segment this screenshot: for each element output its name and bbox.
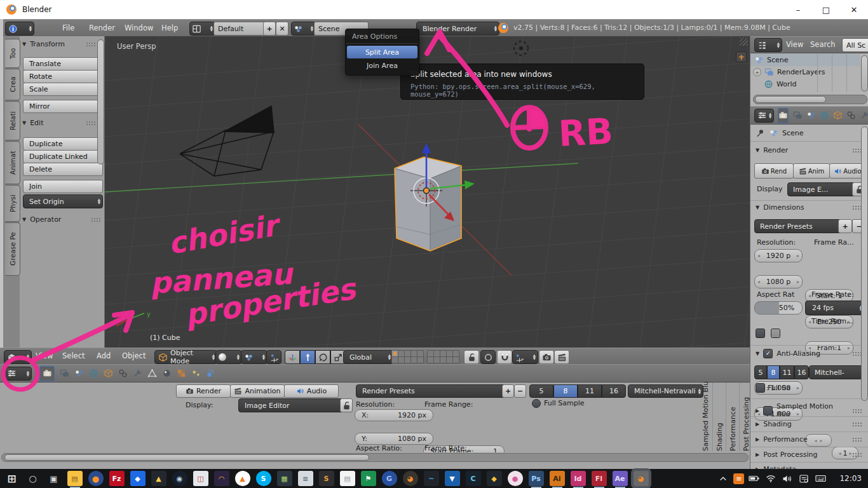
delete-button[interactable]: Delete [23,163,103,176]
world-context-icon[interactable] [820,111,829,120]
set-origin-dropdown[interactable]: Set Origin ▲▼ [23,194,103,208]
aa-samples-16[interactable]: 16 [794,365,809,379]
render-engine-dropdown[interactable]: Blender Render ▲▼ [416,22,499,36]
object-data-icon[interactable] [147,369,157,378]
skype-icon[interactable]: S [256,471,271,486]
close-button[interactable]: ✕ [840,0,868,19]
app-globe-icon[interactable]: G [382,471,397,486]
notepad-icon[interactable]: ≡ [298,471,313,486]
scene-context-icon[interactable] [74,369,84,378]
texture-context-icon[interactable] [177,369,186,378]
popcorn-time-icon[interactable]: ◫ [193,471,208,486]
menu-file[interactable]: File [62,24,74,32]
layout-add-button[interactable]: + [263,22,276,36]
outliner-row-renderlayers[interactable]: + RenderLayers [750,66,860,78]
pivot-point-dropdown[interactable]: ▲▼ [241,350,268,364]
bottom-hscrollbar-track[interactable] [1,453,749,462]
minimize-button[interactable]: – [784,0,812,19]
render-anim-button[interactable]: Anim [793,163,830,179]
vtab-shading[interactable]: Shading [715,383,724,451]
vtab-sampled-motion-blur[interactable]: Sampled Motion Blur [702,383,710,451]
search-icon[interactable]: ○ [25,471,41,486]
outliner-scope-dropdown[interactable]: All Sc [842,38,868,52]
tab-render-context[interactable] [778,108,789,123]
tab-grease-pencil[interactable]: Grease Pe [5,222,20,276]
panel-grip-icon[interactable] [852,452,862,457]
expand-icon[interactable]: + [753,68,761,76]
preset-add-button[interactable]: + [838,219,852,233]
screen-layout-selector[interactable]: ▲▼ [189,22,215,36]
preset-add-button[interactable]: + [502,384,514,398]
outliner-menu-search[interactable]: Search [810,40,836,49]
display-dropdown[interactable]: Image E... ▲▼ [787,182,857,196]
flash-icon[interactable]: Fl [592,471,607,486]
snap-element-dropdown[interactable]: ▲▼ [512,350,538,364]
wifi-icon[interactable] [764,472,777,485]
resolution-y-field[interactable]: ◂1080 p▸ [754,275,803,288]
modifiers-context-icon[interactable] [133,369,142,378]
render-audio-button[interactable]: Audio [284,384,339,398]
scene-context-icon[interactable] [806,111,816,120]
constraints-context-icon[interactable] [118,369,128,378]
duplicate-linked-button[interactable]: Duplicate Linked [23,150,103,163]
region-expand-button[interactable]: + [736,51,747,62]
vtab-post-processing[interactable]: Post Processing [742,383,750,451]
tab-animation[interactable]: Animat [5,141,20,184]
snap-toggle[interactable] [497,350,512,364]
transform-orientation-dropdown[interactable]: Global ▲▼ [343,350,393,364]
panel-header-performance[interactable]: ▶Performance [756,435,862,444]
menu-help[interactable]: Help [161,24,178,32]
render-layers-icon[interactable] [60,369,69,378]
tool-shelf-scrollbar[interactable] [97,39,104,165]
action-center-icon[interactable] [797,472,810,485]
aa-samples-8[interactable]: 8 [767,365,780,379]
duplicate-button[interactable]: Duplicate [23,137,103,151]
menu-window[interactable]: Window [125,24,153,32]
firefox-icon[interactable]: ● [88,471,104,486]
aa-samples-11[interactable]: 11 [780,365,794,379]
layout-delete-button[interactable]: ✕ [276,22,288,36]
outliner-vscrollbar[interactable] [861,55,868,92]
display-dropdown[interactable]: Image Editor ▲▼ [238,398,346,412]
frame-rate-dropdown[interactable]: 24 fps ▲▼ [805,301,865,315]
resolution-percentage-slider[interactable]: 50% [754,301,803,315]
translate-manipulator-toggle[interactable] [300,350,315,364]
menu-render[interactable]: Render [89,24,115,32]
document-icon[interactable]: ▤ [340,471,355,486]
tray-app-icon[interactable]: ≡ [733,473,744,484]
app-pink-icon[interactable]: ● [508,471,523,486]
battery-icon[interactable] [748,472,761,485]
rotate-manipulator-toggle[interactable] [315,350,330,364]
aa-filter-dropdown[interactable]: Mitchell-Netravali ▲▼ [628,384,703,398]
tab-tools[interactable]: Too [5,39,20,68]
border-checkbox[interactable] [756,329,765,338]
panel-header-dimensions[interactable]: ▼Dimensions [756,203,862,212]
vlc-icon[interactable]: ▲ [235,471,250,486]
modifiers-context-icon[interactable] [860,111,868,120]
vtab-performance[interactable]: Performance [729,383,737,451]
panel-header-anti-aliasing[interactable]: ▼ ✓ Anti-Aliasing [756,349,862,358]
panel-header-shading[interactable]: ▶Shading [756,420,862,428]
editor-type-selector-bottom[interactable]: ▲▼ [4,367,32,381]
after-effects-icon[interactable]: Ae [613,471,628,486]
layer-grid-block-1[interactable] [391,350,423,363]
tab-render-context[interactable] [39,366,55,381]
aa-samples-5[interactable]: 5 [529,384,553,398]
render-presets-dropdown[interactable]: Render Presets ▲▼ [356,384,508,398]
dropbox-icon[interactable]: ◆ [130,471,146,486]
aa-samples-11[interactable]: 11 [578,384,602,398]
filezilla-icon[interactable]: Fz [109,471,125,486]
app-blue-yellow-icon[interactable]: ◆ [487,471,502,486]
render-still-button[interactable]: Render [176,384,231,398]
mode-dropdown[interactable]: Object Mode ▲▼ [154,350,217,364]
render-layers-icon[interactable] [793,111,803,120]
outliner-menu-view[interactable]: View [786,40,803,49]
full-sample-checkbox[interactable] [756,383,765,393]
motion-blur-checkbox[interactable] [763,406,773,416]
panel-header-edit[interactable]: ▼ Edit [22,119,96,127]
opengl-render-button[interactable] [539,350,554,364]
preset-remove-button[interactable]: − [514,384,526,398]
defender-icon[interactable]: ▼ [445,471,460,486]
calculator-icon[interactable]: ▦ [277,471,292,486]
proportional-edit-toggle[interactable] [480,350,496,364]
